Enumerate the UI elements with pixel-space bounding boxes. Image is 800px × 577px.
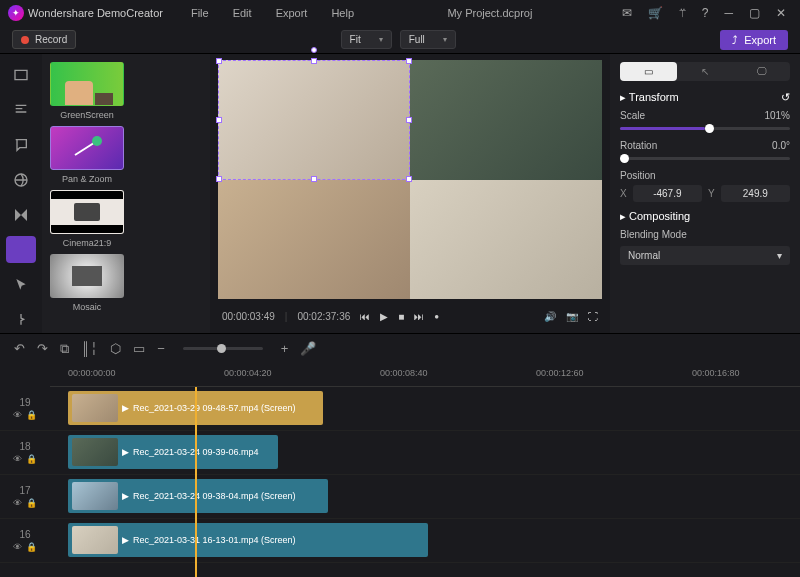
timeline-ruler[interactable]: 00:00:00:00 00:00:04:20 00:00:08:40 00:0… — [50, 363, 800, 387]
sidebar-cursor-icon[interactable] — [6, 271, 36, 298]
sidebar-globe-icon[interactable] — [6, 167, 36, 194]
full-dropdown[interactable]: Full▾ — [400, 30, 456, 49]
timeline-toolbar: ↶ ↷ ⧉ ║╎ ⬡ ▭ − + 🎤 — [0, 333, 800, 363]
rotation-slider[interactable] — [620, 157, 790, 160]
compositing-label: Compositing — [629, 210, 690, 222]
record-button[interactable]: Record — [12, 30, 76, 49]
stop-button[interactable]: ■ — [398, 311, 404, 322]
video-icon: ▶ — [122, 491, 129, 501]
fit-dropdown[interactable]: Fit▾ — [341, 30, 392, 49]
split-button[interactable]: ║╎ — [81, 341, 98, 356]
eye-icon[interactable]: 👁 — [13, 498, 22, 508]
export-button[interactable]: ⤴Export — [720, 30, 788, 50]
blend-mode-dropdown[interactable]: Normal▾ — [620, 246, 790, 265]
track-header[interactable]: 18👁🔒 — [0, 431, 50, 475]
blend-value: Normal — [628, 250, 660, 261]
app-logo: ✦ — [8, 5, 24, 21]
full-dropdown-value: Full — [409, 34, 425, 45]
lock-icon[interactable]: 🔒 — [26, 454, 37, 464]
user-icon[interactable]: ⍡ — [673, 6, 692, 20]
rotation-value: 0.0° — [772, 140, 790, 151]
track-number: 16 — [19, 529, 30, 540]
lock-icon[interactable]: 🔒 — [26, 410, 37, 420]
upload-icon: ⤴ — [732, 34, 738, 46]
crop-button[interactable]: ⧉ — [60, 341, 69, 357]
lock-icon[interactable]: 🔒 — [26, 542, 37, 552]
undo-button[interactable]: ↶ — [14, 341, 25, 356]
track-header[interactable]: 19👁🔒 — [0, 387, 50, 431]
redo-button[interactable]: ↷ — [37, 341, 48, 356]
clip-thumbnail — [72, 526, 118, 554]
clip[interactable]: ▶Rec_2021-03-29 09-48-57.mp4 (Screen) — [68, 391, 323, 425]
help-icon[interactable]: ? — [696, 6, 715, 20]
preview-quadrant — [218, 180, 410, 300]
fullscreen-button[interactable]: ⛶ — [588, 311, 598, 322]
transform-label: Transform — [629, 91, 679, 103]
titlebar: ✦ Wondershare DemoCreator File Edit Expo… — [0, 0, 800, 26]
clip[interactable]: ▶Rec_2021-03-31 16-13-01.mp4 (Screen) — [68, 523, 428, 557]
snapshot-button[interactable]: 📷 — [566, 311, 578, 322]
clips-area[interactable]: ▶Rec_2021-03-29 09-48-57.mp4 (Screen) ▶R… — [50, 387, 800, 577]
track-header[interactable]: 16👁🔒 — [0, 519, 50, 563]
group-button[interactable]: ▭ — [133, 341, 145, 356]
sidebar-more-icon[interactable] — [6, 306, 36, 333]
sidebar-transition-icon[interactable] — [6, 202, 36, 229]
next-frame-button[interactable]: ⏭ — [414, 311, 424, 322]
clip-label: Rec_2021-03-24 09-38-04.mp4 (Screen) — [133, 491, 296, 501]
chevron-down-icon: ▾ — [379, 35, 383, 44]
menu-export[interactable]: Export — [266, 7, 318, 19]
tab-monitor[interactable]: 🖵 — [733, 62, 790, 81]
tab-cursor[interactable]: ↖ — [677, 62, 734, 81]
effect-panzoom[interactable]: Pan & Zoom — [50, 126, 124, 184]
effect-greenscreen[interactable]: GreenScreen — [50, 62, 124, 120]
track-header[interactable]: 17👁🔒 — [0, 475, 50, 519]
prev-frame-button[interactable]: ⏮ — [360, 311, 370, 322]
transform-header[interactable]: ▸ Transform↺ — [620, 91, 790, 104]
clip[interactable]: ▶Rec_2021-03-24 09-39-06.mp4 — [68, 435, 278, 469]
effect-label: Cinema21:9 — [50, 234, 124, 248]
effect-cinema[interactable]: Cinema21:9 — [50, 190, 124, 248]
video-icon: ▶ — [122, 535, 129, 545]
clip-label: Rec_2021-03-24 09-39-06.mp4 — [133, 447, 259, 457]
pos-y-input[interactable]: 249.9 — [721, 185, 790, 202]
eye-icon[interactable]: 👁 — [13, 410, 22, 420]
zoom-slider[interactable] — [183, 347, 263, 350]
preview-canvas[interactable] — [218, 60, 602, 299]
effect-mosaic[interactable]: Mosaic — [50, 254, 124, 312]
compositing-header[interactable]: ▸ Compositing — [620, 210, 790, 223]
mic-button[interactable]: 🎤 — [300, 341, 316, 356]
close-icon[interactable]: ✕ — [770, 6, 792, 20]
menu-help[interactable]: Help — [321, 7, 364, 19]
menu-edit[interactable]: Edit — [223, 7, 262, 19]
lock-icon[interactable]: 🔒 — [26, 498, 37, 508]
menu-file[interactable]: File — [181, 7, 219, 19]
video-icon: ▶ — [122, 403, 129, 413]
tab-video[interactable]: ▭ — [620, 62, 677, 81]
maximize-icon[interactable]: ▢ — [743, 6, 766, 20]
play-button[interactable]: ▶ — [380, 311, 388, 322]
marker-button[interactable]: ⬡ — [110, 341, 121, 356]
clip-thumbnail — [72, 482, 118, 510]
pos-x-input[interactable]: -467.9 — [633, 185, 702, 202]
ruler-mark: 00:00:08:40 — [380, 368, 428, 378]
zoom-out-button[interactable]: − — [157, 341, 165, 356]
zoom-in-button[interactable]: + — [281, 341, 289, 356]
sidebar — [0, 54, 42, 333]
preview-controls: 00:00:03:49 | 00:02:37:36 ⏮ ▶ ■ ⏭ ● 🔊 📷 … — [218, 299, 602, 333]
minimize-icon[interactable]: ─ — [718, 6, 739, 20]
rotation-label: Rotation — [620, 140, 657, 151]
track-row: ▶Rec_2021-03-24 09-39-06.mp4 — [50, 431, 800, 475]
eye-icon[interactable]: 👁 — [13, 542, 22, 552]
clip[interactable]: ▶Rec_2021-03-24 09-38-04.mp4 (Screen) — [68, 479, 328, 513]
effect-label: Pan & Zoom — [50, 170, 124, 184]
mail-icon[interactable]: ✉ — [616, 6, 638, 20]
scale-slider[interactable] — [620, 127, 790, 130]
sidebar-annotation-icon[interactable] — [6, 132, 36, 159]
sidebar-effects-icon[interactable] — [6, 236, 36, 263]
eye-icon[interactable]: 👁 — [13, 454, 22, 464]
volume-button[interactable]: 🔊 — [544, 311, 556, 322]
sidebar-media-icon[interactable] — [6, 62, 36, 89]
reset-icon[interactable]: ↺ — [781, 91, 790, 104]
cart-icon[interactable]: 🛒 — [642, 6, 669, 20]
sidebar-text-icon[interactable] — [6, 97, 36, 124]
